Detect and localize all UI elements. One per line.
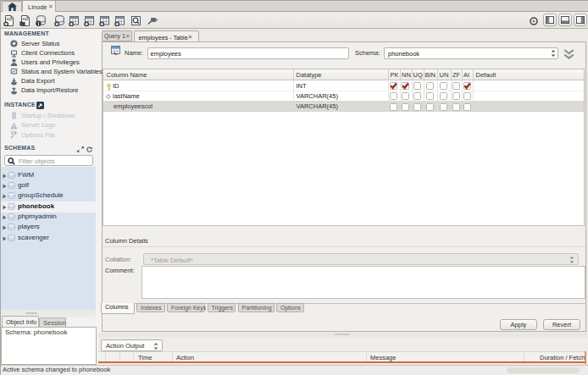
svg-text:SQL: SQL <box>6 18 13 21</box>
svg-text:SQL: SQL <box>22 18 29 21</box>
